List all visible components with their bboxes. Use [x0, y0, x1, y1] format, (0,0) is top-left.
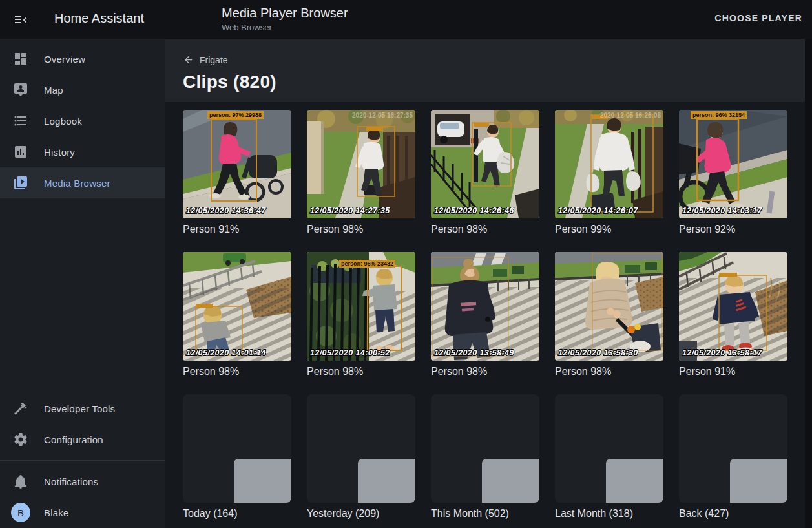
camera-overlay-timestamp: 2020-12-05 16:27:35 — [352, 112, 413, 119]
view-dashboard-icon — [13, 51, 28, 67]
sidebar-item-logbook[interactable]: Logbook — [0, 105, 165, 136]
video-camera-icon — [592, 432, 626, 465]
clip-label: Person 92% — [679, 224, 787, 235]
detection-box-label: person: 95% 23432 — [339, 260, 395, 268]
clip-label: Person 98% — [431, 366, 539, 377]
clip-scene-hoodie-woman — [431, 252, 539, 361]
content-scrollbar[interactable] — [805, 39, 812, 528]
clip-timestamp: 12/05/2020 14:26:46 — [434, 206, 514, 215]
clip-thumbnail: 12/05/2020 13:58:30 — [555, 252, 663, 361]
breadcrumb-back[interactable]: Frigate — [183, 54, 228, 65]
folder-card-today[interactable]: Today (164) — [183, 394, 291, 520]
page-subheading: Web Browser — [222, 23, 348, 32]
sidebar-toggle-button[interactable] — [13, 12, 28, 27]
clip-timestamp: 12/05/2020 14:01:14 — [186, 348, 266, 357]
sidebar-item-label: Overview — [44, 54, 85, 65]
clip-label: Person 99% — [555, 224, 663, 235]
clip-thumbnail: 2020-12-05 16:26:08 12/05/2020 14:26:07 — [555, 110, 663, 218]
bell-icon — [13, 474, 28, 489]
folder-card-this-month[interactable]: This Month (502) — [431, 394, 539, 520]
folder-label: Today (164) — [183, 508, 291, 520]
sidebar-item-media-browser[interactable]: Media Browser — [0, 167, 165, 198]
clip-card[interactable]: person: 95% 23432 12/05/2020 14:00:52 Pe… — [307, 252, 415, 377]
folder-tile — [555, 394, 663, 503]
detection-box-label: person: 97% 29988 — [207, 111, 264, 119]
sidebar-item-label: Logbook — [44, 116, 82, 127]
play-box-multiple-icon — [13, 175, 28, 191]
sidebar-item-label: Configuration — [44, 434, 103, 445]
gear-icon — [13, 432, 28, 447]
clip-card[interactable]: 12/05/2020 14:01:14 Person 98% — [183, 252, 291, 377]
folder-label: Last Month (318) — [555, 508, 663, 520]
clip-timestamp: 12/05/2020 14:00:52 — [310, 348, 390, 357]
menu-open-icon — [13, 12, 28, 27]
sidebar-item-label: Map — [44, 85, 63, 96]
sidebar-item-overview[interactable]: Overview — [0, 43, 165, 74]
sidebar: Overview Map Logbook History Media Brows… — [0, 39, 165, 528]
sidebar-item-map[interactable]: Map — [0, 74, 165, 105]
clip-scene-sweater-woman — [555, 252, 663, 361]
folder-tile — [431, 394, 539, 503]
breadcrumb-label: Frigate — [200, 55, 228, 65]
folder-label: This Month (502) — [431, 508, 539, 520]
clip-card[interactable]: person: 96% 32154 12/05/2020 14:03:17 Pe… — [679, 110, 787, 235]
clip-scene-man-bags — [555, 110, 663, 218]
folder-card-last-month[interactable]: Last Month (318) — [555, 394, 663, 520]
clip-card[interactable]: 12/05/2020 14:26:46 Person 98% — [431, 110, 539, 235]
clip-thumbnail: 12/05/2020 14:01:14 — [183, 252, 291, 361]
clip-timestamp: 12/05/2020 13:58:49 — [434, 348, 514, 357]
clip-thumbnail: person: 95% 23432 12/05/2020 14:00:52 — [307, 252, 415, 361]
clip-label: Person 98% — [307, 366, 415, 377]
clip-card[interactable]: 12/05/2020 13:58:30 Person 98% — [555, 252, 663, 377]
clip-scene-pink-walker — [183, 110, 291, 218]
clip-card[interactable]: person: 97% 29988 12/05/2020 14:36:47 Pe… — [183, 110, 291, 235]
video-camera-icon — [220, 432, 254, 465]
clip-timestamp: 12/05/2020 14:36:47 — [186, 206, 266, 215]
video-camera-icon — [468, 432, 502, 465]
avatar: B — [11, 503, 30, 522]
arrow-left-icon — [183, 54, 194, 65]
clip-label: Person 98% — [307, 224, 415, 235]
app-title: Home Assistant — [54, 11, 144, 26]
choose-player-button[interactable]: CHOOSE PLAYER — [714, 13, 802, 23]
clip-card[interactable]: 2020-12-05 16:27:35 12/05/2020 14:27:35 … — [307, 110, 415, 235]
folder-card-back[interactable]: Back (427) — [679, 394, 787, 520]
clip-card[interactable]: 2020-12-05 16:26:08 12/05/2020 14:26:07 … — [555, 110, 663, 235]
folder-card-yesterday[interactable]: Yesterday (209) — [307, 394, 415, 520]
clip-timestamp: 12/05/2020 14:27:35 — [310, 206, 390, 215]
clips-grid: person: 97% 29988 12/05/2020 14:36:47 Pe… — [165, 102, 812, 520]
sidebar-item-label: Blake — [44, 507, 69, 518]
clip-timestamp: 12/05/2020 14:03:17 — [682, 206, 762, 215]
folder-tile — [183, 394, 291, 503]
content-header: Frigate Clips (820) — [165, 39, 812, 102]
app-header: Home Assistant Media Player Browser Web … — [0, 0, 812, 39]
clip-label: Person 91% — [679, 366, 787, 377]
sidebar-item-configuration[interactable]: Configuration — [0, 424, 165, 455]
camera-overlay-timestamp: 2020-12-05 16:26:08 — [600, 112, 661, 119]
sidebar-item-notifications[interactable]: Notifications — [0, 466, 165, 497]
folder-tile — [679, 394, 787, 503]
clip-thumbnail: 2020-12-05 16:27:35 12/05/2020 14:27:35 — [307, 110, 415, 218]
page-heading: Media Player Browser — [222, 6, 348, 21]
tooltip-account-icon — [13, 82, 28, 98]
sidebar-item-profile[interactable]: B Blake — [0, 497, 165, 528]
sidebar-item-label: Media Browser — [44, 178, 110, 189]
sidebar-item-label: Developer Tools — [44, 403, 115, 414]
clip-thumbnail: 12/05/2020 13:58:17 — [679, 252, 787, 361]
clip-thumbnail: person: 97% 29988 12/05/2020 14:36:47 — [183, 110, 291, 218]
sidebar-item-label: History — [44, 147, 75, 158]
clip-timestamp: 12/05/2020 14:26:07 — [558, 206, 638, 215]
page-title: Clips (820) — [183, 72, 812, 92]
media-browser-content: Frigate Clips (820) — [165, 39, 812, 528]
hammer-icon — [13, 401, 28, 416]
sidebar-item-label: Notifications — [44, 476, 98, 487]
sidebar-item-history[interactable]: History — [0, 136, 165, 167]
clip-card[interactable]: 12/05/2020 13:58:17 Person 91% — [679, 252, 787, 377]
clip-card[interactable]: 12/05/2020 13:58:49 Person 98% — [431, 252, 539, 377]
clip-label: Person 98% — [555, 366, 663, 377]
clip-thumbnail: 12/05/2020 14:26:46 — [431, 110, 539, 218]
clip-scene-pink-closeup — [679, 110, 787, 218]
clip-scene-toddler-shadows — [183, 252, 291, 361]
sidebar-item-developer-tools[interactable]: Developer Tools — [0, 393, 165, 424]
clip-label: Person 98% — [183, 366, 291, 377]
